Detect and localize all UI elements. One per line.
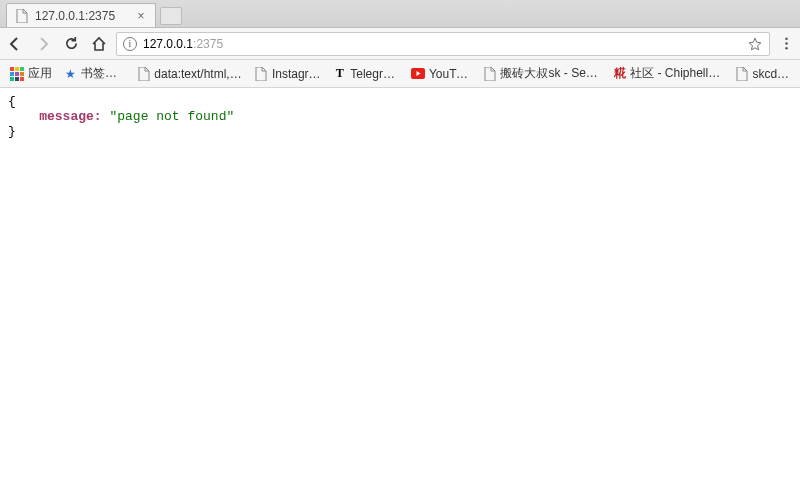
menu-button[interactable] (778, 36, 794, 52)
star-icon: ★ (64, 67, 77, 81)
json-string: "page not found" (109, 109, 234, 124)
svg-point-2 (785, 47, 788, 50)
toolbar: i 127.0.0.1:2375 (0, 28, 800, 60)
page-icon (137, 67, 150, 81)
bookmark-item[interactable]: YouTube (407, 65, 476, 83)
page-icon (735, 67, 748, 81)
bookmark-item[interactable]: ★ 书签导航 (60, 63, 129, 84)
apps-label: 应用 (28, 65, 52, 82)
apps-icon (10, 67, 24, 81)
close-icon[interactable]: × (135, 10, 147, 22)
page-content: { message: "page not found" } (0, 88, 800, 500)
chiphell-icon: 糀 (613, 67, 626, 81)
browser-tab[interactable]: 127.0.0.1:2375 × (6, 3, 156, 27)
bookmark-star-icon[interactable] (747, 36, 763, 52)
bookmark-item[interactable]: Instagram (251, 65, 325, 83)
bookmark-item[interactable]: T Telegraph (329, 65, 403, 83)
page-icon (15, 9, 29, 23)
bookmark-item[interactable]: data:text/html, <ht (133, 65, 247, 83)
apps-button[interactable]: 应用 (6, 63, 56, 84)
json-brace-close: } (8, 124, 16, 139)
bookmarks-bar: 应用 ★ 书签导航 data:text/html, <ht Instagram … (0, 60, 800, 88)
forward-button[interactable] (34, 35, 52, 53)
home-button[interactable] (90, 35, 108, 53)
bookmark-item[interactable]: 搬砖大叔sk - Segme (480, 63, 606, 84)
address-bar[interactable]: i 127.0.0.1:2375 (116, 32, 770, 56)
telegraph-icon: T (333, 67, 346, 81)
svg-point-1 (785, 38, 788, 41)
tab-title: 127.0.0.1:2375 (35, 9, 129, 23)
bookmark-item[interactable]: 糀 社区 - Chiphell - 分 (609, 63, 727, 84)
reload-button[interactable] (62, 35, 80, 53)
page-icon (255, 67, 268, 81)
bookmark-item[interactable]: skcdian (731, 65, 794, 83)
site-info-icon[interactable]: i (123, 37, 137, 51)
page-icon (484, 67, 497, 81)
url-text: 127.0.0.1:2375 (143, 37, 741, 51)
json-key: message: (39, 109, 101, 124)
json-brace-open: { (8, 94, 16, 109)
svg-point-0 (785, 42, 788, 45)
new-tab-button[interactable] (160, 7, 182, 25)
tab-strip: 127.0.0.1:2375 × (0, 0, 800, 28)
back-button[interactable] (6, 35, 24, 53)
youtube-icon (411, 67, 425, 81)
